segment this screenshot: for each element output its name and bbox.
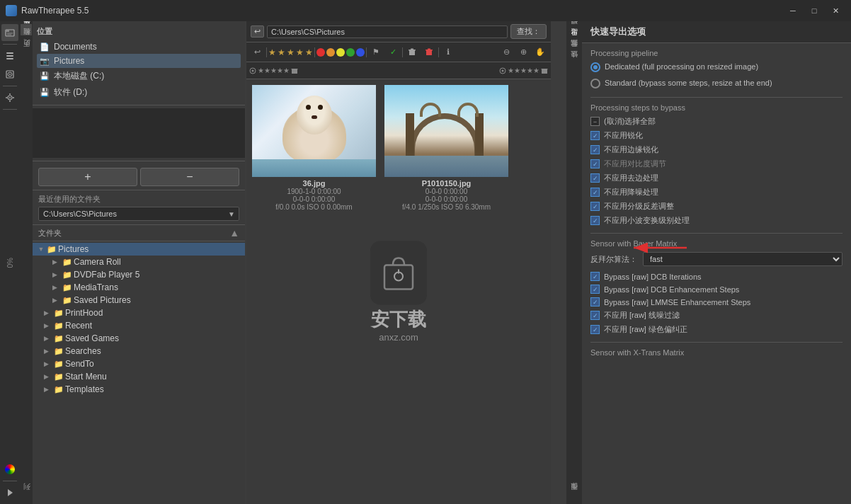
sep-5 bbox=[438, 47, 439, 57]
queue-btn[interactable] bbox=[1, 47, 18, 64]
vtab-queue[interactable]: 批处理 bbox=[568, 24, 581, 35]
bypass-check-sharpen-box[interactable]: ✓ bbox=[590, 131, 600, 140]
bypass-check-dirpyr[interactable]: ✓ 不应用分级反差调整 bbox=[590, 201, 843, 212]
thumb2-trash-icon[interactable] bbox=[541, 67, 548, 74]
thumb1-trash-icon[interactable] bbox=[291, 67, 298, 74]
tree-item-templates[interactable]: ▶ 📁 Templates bbox=[33, 383, 245, 396]
bypass-check-contrast[interactable]: ✓ 不应用对比度调节 bbox=[590, 159, 843, 169]
sidebar-tab-history[interactable]: 历史 bbox=[21, 47, 32, 58]
trash-1-btn[interactable] bbox=[404, 45, 420, 60]
search-btn[interactable]: 查找： bbox=[510, 24, 547, 39]
tree-arrow-templates: ▶ bbox=[44, 386, 52, 393]
image-item-1[interactable]: 36.jpg 1900-1-0 0:00:00 0-0-0 0:00:00 f/… bbox=[252, 85, 376, 498]
bypass-check-wavelet[interactable]: ✓ 不应用小波变换级别处理 bbox=[590, 215, 843, 226]
bypass-check-sharpen[interactable]: ✓ 不应用锐化 bbox=[590, 130, 843, 141]
bypass-check-denoise-box[interactable]: ✓ bbox=[590, 188, 600, 197]
tree-item-pictures[interactable]: ▼ 📁 Pictures bbox=[33, 243, 245, 256]
trash-2-btn[interactable] bbox=[421, 45, 437, 60]
bayer-check-line-noise-box[interactable]: ✓ bbox=[590, 311, 600, 320]
bypass-check-denoise[interactable]: ✓ 不应用降噪处理 bbox=[590, 187, 843, 197]
bypass-check-edge-sharpen[interactable]: ✓ 不应用边缘锐化 bbox=[590, 144, 843, 155]
bayer-check-lmmse[interactable]: ✓ Bypass [raw] LMMSE Enhancement Steps bbox=[590, 297, 843, 307]
star-1[interactable]: ★ bbox=[268, 47, 276, 57]
color-yellow[interactable] bbox=[336, 48, 345, 57]
bypass-check-defringe-box[interactable]: ✓ bbox=[590, 173, 600, 183]
vtab-history[interactable]: 图像 bbox=[568, 490, 581, 501]
tree-item-camera-roll[interactable]: ▶ 📁 Camera Roll bbox=[33, 256, 245, 268]
bypass-check-wavelet-box[interactable]: ✓ bbox=[590, 216, 600, 225]
info-btn[interactable]: ℹ bbox=[440, 45, 456, 60]
bayer-check-dcb-iter[interactable]: ✓ Bypass [raw] DCB Iterations bbox=[590, 272, 843, 281]
zoom-in-btn[interactable]: ⊕ bbox=[515, 45, 531, 60]
bypass-check-dirpyr-box[interactable]: ✓ bbox=[590, 202, 600, 211]
tree-label-sendto: SendTo bbox=[65, 359, 94, 369]
nav-back-btn[interactable]: ↩ bbox=[251, 25, 264, 38]
bayer-check-dcb-iter-box[interactable]: ✓ bbox=[590, 272, 600, 281]
color-orange[interactable] bbox=[326, 48, 335, 57]
bayer-check-dcb-enh-box[interactable]: ✓ bbox=[590, 285, 600, 294]
vtab-export[interactable]: 导出 bbox=[568, 35, 581, 47]
star-2[interactable]: ★ bbox=[278, 47, 285, 57]
export-btn[interactable] bbox=[1, 484, 18, 501]
bayer-check-dcb-enh[interactable]: ✓ Bypass [raw] DCB Enhancement Steps bbox=[590, 285, 843, 294]
tree-item-dvdfab[interactable]: ▶ 📁 DVDFab Player 5 bbox=[33, 268, 245, 281]
close-btn[interactable]: ✕ bbox=[826, 4, 845, 18]
bypass-check-edge-sharpen-box[interactable]: ✓ bbox=[590, 145, 600, 154]
location-d[interactable]: 💾 软件 (D:) bbox=[37, 84, 241, 101]
maximize-btn[interactable]: □ bbox=[804, 4, 824, 18]
folder-icon-printhood: 📁 bbox=[54, 309, 64, 318]
bayer-check-green-eq[interactable]: ✓ 不应用 [raw] 绿色偏纠正 bbox=[590, 324, 843, 335]
recent-dropdown[interactable]: C:\Users\CS\Pictures bbox=[38, 207, 239, 221]
file-browser-btn[interactable] bbox=[1, 24, 18, 41]
folder-tree-header: 文件夹 ▲ bbox=[33, 225, 245, 241]
bypass-check-defringe[interactable]: ✓ 不应用去边处理 bbox=[590, 173, 843, 183]
prefs-btn[interactable] bbox=[1, 89, 18, 106]
tree-item-start-menu[interactable]: ▶ 📁 Start Menu bbox=[33, 370, 245, 383]
bypass-check-contrast-box[interactable]: ✓ bbox=[590, 159, 600, 168]
star-4[interactable]: ★ bbox=[296, 47, 304, 57]
tree-item-sendto[interactable]: ▶ 📁 SendTo bbox=[33, 357, 245, 370]
tree-item-searches[interactable]: ▶ 📁 Searches bbox=[33, 345, 245, 357]
path-input[interactable] bbox=[267, 25, 508, 38]
pan-btn[interactable]: ✋ bbox=[532, 45, 548, 60]
tree-item-printhood[interactable]: ▶ 📁 PrintHood bbox=[33, 307, 245, 319]
tree-item-saved-games[interactable]: ▶ 📁 Saved Games bbox=[33, 332, 245, 345]
image-settings-1: f/0.0 0.0s ISO 0 0.00mm bbox=[275, 203, 352, 211]
location-documents[interactable]: 📄 Documents bbox=[37, 40, 241, 54]
star-5[interactable]: ★ bbox=[305, 47, 313, 57]
back-dir-btn[interactable]: ↩ bbox=[249, 45, 265, 60]
radio-dedicated[interactable]: Dedicated (full processing on resized im… bbox=[590, 62, 843, 72]
flag-btn[interactable]: ⚑ bbox=[368, 45, 384, 60]
bayer-check-line-noise[interactable]: ✓ 不应用 [raw] 线噪过滤 bbox=[590, 310, 843, 321]
radio-standard[interactable]: Standard (bypass some steps, resize at t… bbox=[590, 78, 843, 88]
color-blue[interactable] bbox=[356, 48, 365, 57]
sidebar-tab-inspector[interactable]: 检测 bbox=[21, 35, 32, 47]
star-3[interactable]: ★ bbox=[287, 47, 295, 57]
tree-item-saved-pictures[interactable]: ▶ 📁 Saved Pictures bbox=[33, 294, 245, 307]
vtab-metadata[interactable]: 元数据 bbox=[568, 47, 581, 58]
sidebar-tab-places[interactable]: 位置 bbox=[21, 24, 32, 35]
bypass-check-all-box[interactable]: − bbox=[590, 117, 600, 126]
folder-tree-collapse-icon[interactable]: ▲ bbox=[229, 227, 239, 239]
bayer-check-green-eq-box[interactable]: ✓ bbox=[590, 325, 600, 334]
pictures-label: Pictures bbox=[54, 56, 84, 66]
debayer-select[interactable]: fast bbox=[643, 252, 843, 266]
zoom-out-btn[interactable]: ⊖ bbox=[498, 45, 514, 60]
add-location-btn[interactable]: + bbox=[38, 168, 137, 186]
sidebar-tab-presets[interactable]: 列 bbox=[21, 490, 32, 501]
editor-btn[interactable] bbox=[1, 66, 18, 83]
location-pictures[interactable]: 📷 Pictures bbox=[37, 54, 241, 68]
location-c[interactable]: 💾 本地磁盘 (C:) bbox=[37, 68, 241, 84]
process-btn[interactable]: ✓ bbox=[385, 45, 401, 60]
color-mgmt-btn[interactable] bbox=[1, 461, 18, 478]
color-red[interactable] bbox=[316, 48, 325, 57]
tree-item-mediatrans[interactable]: ▶ 📁 MediaTrans bbox=[33, 281, 245, 294]
tree-item-recent[interactable]: ▶ 📁 Recent bbox=[33, 319, 245, 332]
minimize-btn[interactable]: ─ bbox=[783, 4, 803, 18]
bypass-check-all-label: (取消)选择全部 bbox=[604, 116, 656, 127]
bypass-check-all[interactable]: − (取消)选择全部 bbox=[590, 116, 843, 127]
color-green[interactable] bbox=[346, 48, 355, 57]
bayer-check-lmmse-box[interactable]: ✓ bbox=[590, 297, 600, 307]
remove-location-btn[interactable]: − bbox=[140, 168, 239, 186]
vtab-quick[interactable]: 快速 bbox=[568, 58, 581, 69]
